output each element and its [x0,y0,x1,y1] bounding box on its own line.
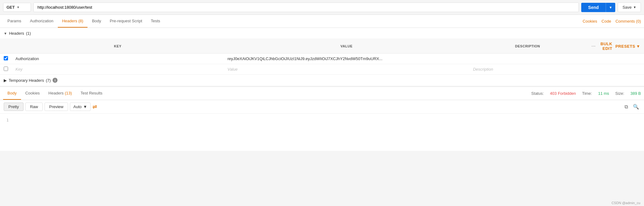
headers-title: Headers [9,31,24,36]
key-col-header: KEY [12,39,224,54]
method-chevron-icon: ▼ [17,6,20,9]
response-tabs-row: Body Cookies Headers (13) Test Results S… [0,87,644,100]
temp-headers-info-icon[interactable]: i [53,78,58,83]
body-toolbar: Pretty Raw Preview Auto ▼ ⇌ ⧉ 🔍 [0,100,644,114]
send-button[interactable]: Send [581,3,605,12]
rtab-cookies[interactable]: Cookies [21,87,44,100]
tab-tests[interactable]: Tests [147,15,164,28]
code-area: 1 [0,114,644,151]
save-chevron-icon: ▼ [633,6,636,9]
size-value: 389 B [630,91,641,96]
more-options-button[interactable]: ··· [590,43,597,50]
pretty-button[interactable]: Pretty [4,103,23,111]
temp-headers-title: Temporary Headers [9,78,44,83]
bulk-edit-button[interactable]: Bulk Edit [600,42,612,51]
send-btn-group: Send ▼ [581,3,615,12]
tabs-right: Cookies Code Comments (0) [583,19,641,24]
row2-value-placeholder: Value [228,67,238,72]
row2-checkbox-cell [0,64,12,75]
time-value: 11 ms [598,91,609,96]
send-arrow-button[interactable]: ▼ [606,3,616,12]
row2-key-placeholder: Key [15,67,22,72]
line-number: 1 [0,118,12,122]
auto-select[interactable]: Auto ▼ [70,103,91,111]
headers-count: (1) [26,31,31,36]
comments-link[interactable]: Comments (0) [616,19,641,24]
response-section: Body Cookies Headers (13) Test Results S… [0,86,644,151]
response-status: Status: 403 Forbidden Time: 11 ms Size: … [531,91,641,96]
rtab-headers[interactable]: Headers (13) [44,87,76,100]
row1-desc-cell [469,54,586,64]
size-label: Size: [615,91,624,96]
status-value: 403 Forbidden [550,91,576,96]
code-content [12,118,644,122]
method-label: GET [6,5,15,10]
tab-authorization[interactable]: Authorization [26,15,58,28]
search-button[interactable]: 🔍 [632,103,640,111]
desc-col-header: DESCRIPTION [469,39,586,54]
temp-headers-count: (7) [46,78,51,83]
tab-params[interactable]: Params [3,15,26,28]
table-row: Key Value Description [0,64,644,75]
headers-toggle-icon[interactable]: ▼ [4,32,7,35]
preview-button[interactable]: Preview [45,103,68,111]
row2-desc-cell: Description [469,64,586,75]
raw-button[interactable]: Raw [25,103,43,111]
row1-value-cell: reyJ0eXAiOiJKV1QiLCJhbGciOiJIUzI1NiJ9.ey… [224,54,469,64]
top-bar: GET ▼ Send ▼ Save ▼ [0,0,644,15]
time-label: Time: [582,91,592,96]
wrap-icon[interactable]: ⇌ [92,103,97,110]
row2-actions [586,64,644,75]
auto-label: Auto [73,104,82,109]
headers-section-header: ▼ Headers (1) [0,28,644,39]
code-link[interactable]: Code [602,19,611,24]
row1-checkbox[interactable] [4,56,8,60]
temporary-headers-row[interactable]: ▶ Temporary Headers (7) i [0,75,644,86]
cookies-link[interactable]: Cookies [583,19,597,24]
status-label: Status: [531,91,544,96]
presets-button[interactable]: Presets ▼ [615,44,640,49]
auto-chevron-icon: ▼ [83,104,87,109]
row1-checkbox-cell [0,54,12,64]
row1-value: reyJ0eXAiOiJKV1QiLCJhbGciOiJIUzI1NiJ9.ey… [228,56,382,61]
rtab-test-results[interactable]: Test Results [76,87,107,100]
row2-value-cell: Value [224,64,469,75]
temp-headers-toggle-icon[interactable]: ▶ [4,78,7,83]
url-input[interactable] [33,2,579,12]
toolbar-right: ⧉ 🔍 [623,103,640,111]
row1-key-cell: Authorization [12,54,224,64]
value-col-header: VALUE [224,39,469,54]
save-label: Save [622,5,632,10]
code-line-1: 1 [0,117,644,124]
request-tabs: Params Authorization Headers (8) Body Pr… [0,15,644,28]
tab-headers[interactable]: Headers (8) [58,15,88,28]
headers-content: ▼ Headers (1) KEY VALUE DESCRIPTION ··· … [0,28,644,86]
action-col-header: ··· Bulk Edit Presets ▼ [586,39,644,54]
table-row: Authorization reyJ0eXAiOiJKV1QiLCJhbGciO… [0,54,644,64]
row1-actions [586,54,644,64]
copy-button[interactable]: ⧉ [623,103,629,111]
row2-desc-placeholder: Description [473,67,493,72]
rtab-body[interactable]: Body [3,87,21,100]
row1-key-value: Authorization [15,56,39,61]
tab-pre-request[interactable]: Pre-request Script [105,15,147,28]
row2-checkbox[interactable] [4,67,8,71]
row2-key-cell: Key [12,64,224,75]
save-button[interactable]: Save ▼ [618,2,641,12]
checkbox-col-header [0,39,12,54]
headers-table: KEY VALUE DESCRIPTION ··· Bulk Edit Pres… [0,39,644,75]
method-select[interactable]: GET ▼ [3,3,31,12]
presets-chevron-icon: ▼ [636,44,640,49]
tab-body[interactable]: Body [87,15,105,28]
